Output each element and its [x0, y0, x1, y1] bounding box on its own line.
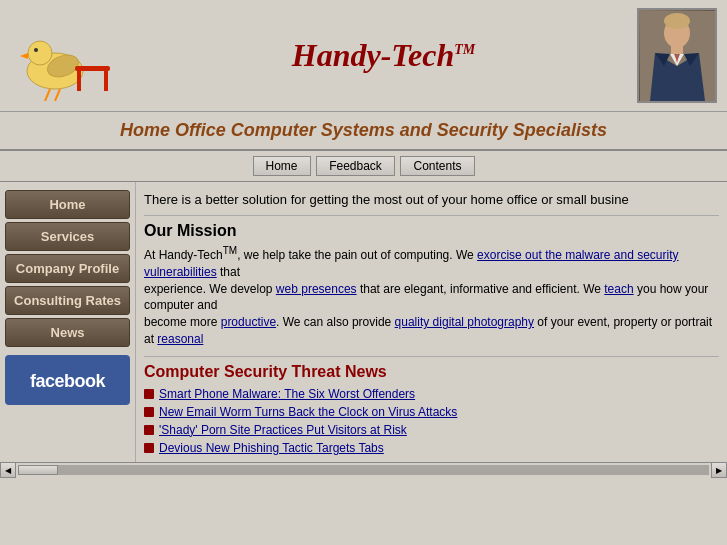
sidebar-item-company-profile[interactable]: Company Profile — [5, 254, 130, 283]
news-bullet-icon — [144, 425, 154, 435]
list-item: 'Shady' Porn Site Practices Put Visitors… — [144, 421, 719, 439]
facebook-label: facebook — [13, 367, 122, 393]
svg-rect-13 — [671, 46, 683, 54]
web-presences-link[interactable]: web presences — [276, 282, 357, 296]
svg-line-5 — [45, 89, 50, 101]
news-link-3[interactable]: 'Shady' Porn Site Practices Put Visitors… — [159, 423, 407, 437]
logo-image — [10, 8, 130, 103]
nav-tabs: Home Feedback Contents — [0, 151, 727, 182]
svg-point-4 — [34, 48, 38, 52]
tagline: Home Office Computer Systems and Securit… — [0, 112, 727, 151]
svg-rect-9 — [104, 71, 108, 91]
svg-marker-2 — [20, 53, 28, 59]
sidebar-item-news[interactable]: News — [5, 318, 130, 347]
news-bullet-icon — [144, 443, 154, 453]
tab-contents[interactable]: Contents — [400, 156, 474, 176]
svg-rect-8 — [77, 71, 81, 91]
scroll-thumb-horizontal[interactable] — [18, 465, 58, 475]
threat-news-heading: Computer Security Threat News — [144, 357, 719, 385]
facebook-widget[interactable]: facebook — [5, 355, 130, 405]
news-bullet-icon — [144, 389, 154, 399]
news-list: Smart Phone Malware: The Six Worst Offen… — [144, 385, 719, 457]
news-link-4[interactable]: Devious New Phishing Tactic Targets Tabs — [159, 441, 384, 455]
site-title: Handy-TechTM — [140, 37, 627, 74]
scroll-right-arrow[interactable]: ▶ — [711, 462, 727, 478]
mission-heading: Our Mission — [144, 216, 719, 244]
horizontal-scrollbar: ◀ ▶ — [0, 462, 727, 478]
news-bullet-icon — [144, 407, 154, 417]
news-link-2[interactable]: New Email Worm Turns Back the Clock on V… — [159, 405, 457, 419]
svg-point-1 — [28, 41, 52, 65]
content-area: There is a better solution for getting t… — [135, 182, 727, 462]
tab-home[interactable]: Home — [253, 156, 311, 176]
sidebar: Home Services Company Profile Consulting… — [0, 182, 135, 462]
reasonable-link[interactable]: reasonal — [157, 332, 203, 346]
svg-point-12 — [664, 13, 690, 29]
page-header: Handy-TechTM — [0, 0, 727, 112]
svg-line-6 — [55, 89, 60, 101]
productive-link[interactable]: productive — [221, 315, 276, 329]
scroll-left-arrow[interactable]: ◀ — [0, 462, 16, 478]
photography-link[interactable]: quality digital photography — [395, 315, 534, 329]
list-item: Smart Phone Malware: The Six Worst Offen… — [144, 385, 719, 403]
teach-link[interactable]: teach — [604, 282, 633, 296]
svg-rect-7 — [75, 66, 110, 71]
list-item: Devious New Phishing Tactic Targets Tabs — [144, 439, 719, 457]
list-item: New Email Worm Turns Back the Clock on V… — [144, 403, 719, 421]
intro-text: There is a better solution for getting t… — [144, 187, 719, 216]
sidebar-item-consulting-rates[interactable]: Consulting Rates — [5, 286, 130, 315]
tab-feedback[interactable]: Feedback — [316, 156, 395, 176]
scroll-track-horizontal — [18, 465, 709, 475]
person-photo — [637, 8, 717, 103]
sidebar-item-home[interactable]: Home — [5, 190, 130, 219]
main-layout: Home Services Company Profile Consulting… — [0, 182, 727, 462]
mission-body: At Handy-TechTM, we help take the pain o… — [144, 244, 719, 357]
news-link-1[interactable]: Smart Phone Malware: The Six Worst Offen… — [159, 387, 415, 401]
sidebar-item-services[interactable]: Services — [5, 222, 130, 251]
